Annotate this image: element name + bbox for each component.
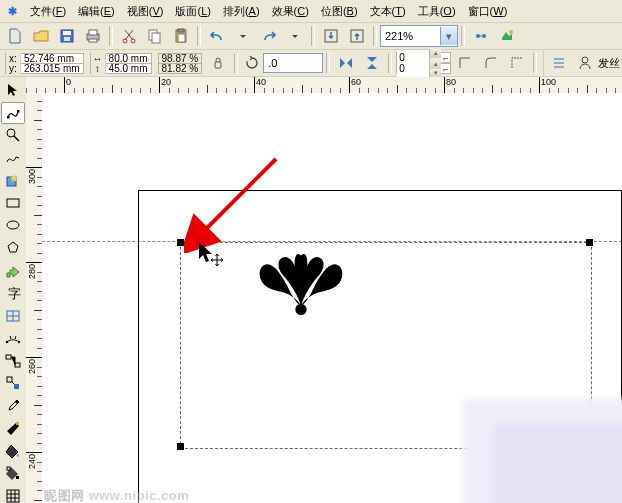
svg-rect-18 [215, 62, 221, 68]
import-icon[interactable] [319, 24, 343, 48]
menu-arrange[interactable]: 排列(A) [217, 2, 266, 21]
options-icon[interactable] [495, 24, 519, 48]
basicshapes-tool-icon[interactable] [1, 259, 25, 282]
property-bar: x:52.746 mm y:263.015 mm ↔80.0 mm ↕45.0 … [0, 50, 622, 77]
corner-1-icon[interactable] [453, 51, 477, 75]
redo-icon[interactable] [257, 24, 281, 48]
zoom-combobox[interactable]: 221% ▾ [380, 25, 458, 47]
svg-rect-36 [14, 384, 19, 389]
svg-rect-1 [63, 31, 71, 35]
horizontal-ruler[interactable]: 020406080100 [26, 77, 622, 94]
redo-dropdown-icon[interactable] [283, 24, 307, 48]
menu-view[interactable]: 视图(V) [121, 2, 170, 21]
open-icon[interactable] [29, 24, 53, 48]
docker-list-icon[interactable] [547, 51, 571, 75]
interactivefill-tool-icon[interactable] [1, 462, 25, 485]
dropdown-icon[interactable]: ▾ [440, 27, 457, 45]
menu-file[interactable]: 文件(F) [24, 2, 72, 21]
svg-rect-11 [178, 29, 184, 32]
app-icon: ✱ [4, 3, 20, 19]
zoom-tool-icon[interactable] [1, 124, 25, 147]
svg-point-22 [582, 57, 588, 63]
vertical-ruler[interactable]: 300280260240 [26, 93, 43, 503]
handle-sw[interactable] [177, 443, 184, 450]
height-value[interactable]: 45.0 mm [106, 63, 151, 74]
mirror-v-icon[interactable] [360, 51, 384, 75]
workspace: 字 020406080100 300280260240 [0, 77, 622, 503]
print-icon[interactable] [81, 24, 105, 48]
pick-tool-icon[interactable] [1, 79, 25, 102]
ornament-shape[interactable] [254, 253, 348, 317]
spinner-2[interactable]: ▴▾⌐ [396, 63, 451, 74]
menu-effects[interactable]: 效果(C) [266, 2, 315, 21]
docker-person-icon[interactable] [573, 51, 597, 75]
menu-window[interactable]: 窗口(W) [462, 2, 514, 21]
undo-dropdown-icon[interactable] [231, 24, 255, 48]
svg-point-32 [18, 341, 20, 343]
svg-rect-40 [7, 490, 19, 502]
table-tool-icon[interactable] [1, 304, 25, 327]
toolbox: 字 [0, 77, 27, 503]
svg-point-25 [7, 129, 15, 137]
zoom-value: 221% [381, 30, 440, 42]
svg-rect-27 [7, 199, 19, 207]
dimension-tool-icon[interactable] [1, 327, 25, 350]
scale-y[interactable]: 81.82 % [159, 63, 202, 74]
docker-tab[interactable]: 发丝 [543, 50, 622, 76]
watermark: 昵图网 www.nipic.com [44, 487, 189, 503]
freehand-tool-icon[interactable] [1, 147, 25, 170]
cut-icon[interactable] [117, 24, 141, 48]
canvas[interactable]: 昵图网 www.nipic.com [42, 93, 622, 503]
svg-rect-39 [16, 476, 19, 479]
ellipse-tool-icon[interactable] [1, 214, 25, 237]
fill-tool-icon[interactable] [1, 440, 25, 463]
corner-2-icon[interactable] [479, 51, 503, 75]
blur-overlay-2 [492, 423, 622, 503]
connector-tool-icon[interactable] [1, 349, 25, 372]
svg-line-42 [202, 159, 276, 233]
paste-icon[interactable] [169, 24, 193, 48]
smartfill-tool-icon[interactable] [1, 169, 25, 192]
docker-label: 发丝 [598, 56, 620, 71]
outline-tool-icon[interactable] [1, 417, 25, 440]
corner-3-icon[interactable] [505, 51, 529, 75]
arrow-annotation [184, 153, 284, 253]
y-value[interactable]: 263.015 mm [21, 63, 83, 74]
menu-edit[interactable]: 编辑(E) [72, 2, 121, 21]
export-icon[interactable] [345, 24, 369, 48]
mirror-h-icon[interactable] [334, 51, 358, 75]
undo-icon[interactable] [205, 24, 229, 48]
copy-icon[interactable] [143, 24, 167, 48]
menu-text[interactable]: 文本(T) [364, 2, 412, 21]
eyedropper-tool-icon[interactable] [1, 394, 25, 417]
rectangle-tool-icon[interactable] [1, 192, 25, 215]
svg-rect-38 [7, 467, 10, 470]
rotate-input[interactable] [263, 53, 323, 73]
menu-tools[interactable]: 工具(O) [412, 2, 462, 21]
new-icon[interactable] [3, 24, 27, 48]
y-label: y: [6, 63, 21, 74]
handle-nw[interactable] [177, 239, 184, 246]
rotate-icon[interactable] [242, 51, 262, 75]
snap-icon[interactable] [469, 24, 493, 48]
svg-rect-24 [17, 110, 20, 113]
svg-rect-35 [7, 377, 12, 382]
shape-tool-icon[interactable] [1, 102, 25, 125]
height-icon: ↕ [91, 63, 106, 74]
menu-bitmap[interactable]: 位图(B) [315, 2, 364, 21]
svg-rect-9 [152, 33, 160, 43]
menu-layout[interactable]: 版面(L) [169, 2, 216, 21]
interactive-tool-icon[interactable] [1, 372, 25, 395]
text-tool-icon[interactable]: 字 [1, 282, 25, 305]
svg-point-17 [509, 30, 513, 34]
save-icon[interactable] [55, 24, 79, 48]
svg-rect-4 [89, 30, 97, 35]
standard-toolbar: 221% ▾ [0, 23, 622, 50]
svg-text:字: 字 [8, 286, 21, 301]
polygon-tool-icon[interactable] [1, 237, 25, 260]
svg-point-41 [295, 304, 306, 315]
mesh-tool-icon[interactable] [1, 485, 25, 503]
lock-ratio-icon[interactable] [206, 51, 230, 75]
handle-ne[interactable] [586, 239, 593, 246]
svg-point-31 [6, 341, 8, 343]
